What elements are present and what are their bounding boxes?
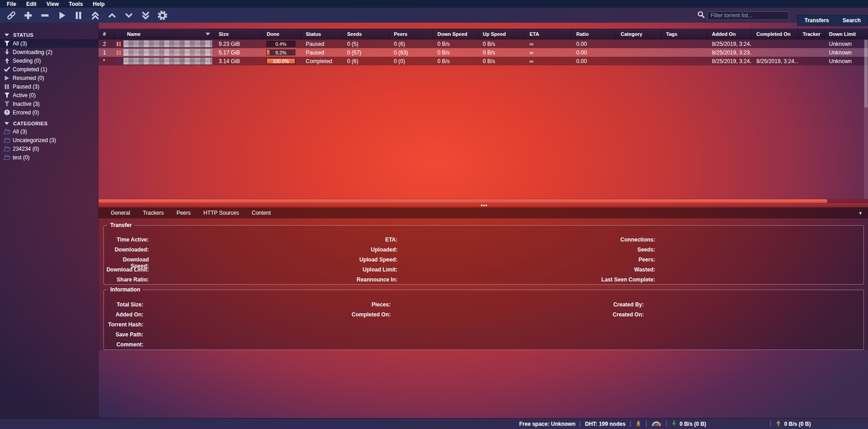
horizontal-scrollbar[interactable] [98, 199, 868, 203]
top-priority-button[interactable] [87, 9, 103, 22]
tab-search[interactable]: Search [841, 17, 863, 24]
cell-seeds: 0 (57) [343, 48, 389, 57]
add-torrent-file-button[interactable] [20, 9, 36, 22]
sidebar-item-errored[interactable]: Errored (0) [0, 108, 98, 117]
horizontal-scrollbar-thumb[interactable] [98, 199, 827, 203]
sidebar-item-label: All (3) [13, 128, 27, 135]
tab-peers[interactable]: Peers [177, 210, 191, 216]
cell-tags [662, 57, 707, 65]
sidebar-item-label: Paused (3) [13, 84, 39, 90]
column-header-status[interactable]: Status [301, 29, 343, 39]
redacted-torrent-name [123, 49, 212, 56]
bottom-priority-button[interactable] [137, 9, 154, 22]
sidebar-item-completed[interactable]: Completed (1) [0, 65, 98, 74]
delete-torrent-button[interactable] [36, 9, 53, 22]
sidebar-item-label: Resumed (0) [13, 75, 44, 81]
progress-label: 0.4% [267, 41, 295, 46]
up-arrow-icon [775, 420, 781, 428]
column-header-category[interactable]: Category [616, 29, 662, 39]
status-section-header[interactable]: STATUS [0, 30, 98, 39]
sidebar-category-uncategorized[interactable]: Uncategorized (3) [0, 136, 98, 144]
resume-button[interactable] [53, 9, 70, 22]
column-header-completed-on[interactable]: Completed On [752, 29, 798, 39]
tab-content[interactable]: Content [252, 210, 271, 216]
sidebar-category-test[interactable]: test (0) [0, 153, 98, 162]
link-icon [6, 10, 17, 21]
tab-trackers[interactable]: Trackers [143, 210, 164, 216]
column-header-up-speed[interactable]: Up Speed [478, 29, 525, 39]
cell-name [123, 48, 214, 57]
categories-header-label: CATEGORIES [13, 121, 48, 126]
progress-bar: 100.0% [266, 58, 295, 64]
column-header-peers[interactable]: Peers [389, 29, 433, 39]
chevron-down-icon[interactable]: ▾ [859, 210, 862, 216]
filter-torrent-input[interactable] [707, 11, 789, 20]
sidebar-item-label: test (0) [13, 154, 29, 161]
column-header-seeds[interactable]: Seeds [343, 29, 389, 39]
sidebar-item-label: Uncategorized (3) [13, 137, 56, 143]
menu-tools[interactable]: Tools [64, 1, 88, 7]
column-header-size[interactable]: Size [214, 29, 262, 39]
sidebar-category-234234[interactable]: 234234 (0) [0, 144, 98, 153]
cell-seeds: 0 (6) [343, 57, 389, 65]
menu-edit[interactable]: Edit [21, 1, 42, 7]
column-header-ratio[interactable]: Ratio [572, 29, 616, 39]
menu-help[interactable]: Help [88, 1, 110, 7]
sidebar-item-all[interactable]: All (3) [0, 39, 98, 48]
torrent-row[interactable]: * 3.14 GiB 100.0% Completed 0 (6) 0 (0) … [98, 57, 868, 65]
pause-icon [3, 84, 11, 90]
cell-added-on: 8/25/2019, 3:23... [707, 48, 752, 57]
label-last-seen-complete: Last Seen Complete: [104, 276, 655, 283]
double-chevron-down-icon [141, 10, 151, 20]
cell-ratio: 0.00 [572, 39, 616, 48]
tab-transfers[interactable]: Transfers [803, 17, 831, 24]
torrent-row[interactable]: 1 5.17 GiB 9.2% Paused 0 (57) 0 (63) 0 B… [98, 48, 868, 57]
sidebar-item-active[interactable]: Active (0) [0, 91, 98, 99]
panel-resize-handle[interactable] [481, 205, 487, 206]
tab-http-sources[interactable]: HTTP Sources [203, 210, 239, 216]
collapse-triangle-icon [5, 122, 9, 125]
increase-priority-button[interactable] [103, 9, 120, 22]
categories-section-header[interactable]: CATEGORIES [0, 119, 98, 128]
column-header-done[interactable]: Done [262, 29, 301, 39]
sidebar-category-all[interactable]: All (3) [0, 127, 98, 136]
sidebar-item-resumed[interactable]: Resumed (0) [0, 74, 98, 82]
sidebar-item-seeding[interactable]: Seeding (0) [0, 56, 98, 65]
add-torrent-link-button[interactable] [3, 9, 20, 22]
column-header-down-limit[interactable]: Down Limit [824, 29, 868, 39]
decrease-priority-button[interactable] [120, 9, 137, 22]
column-header-name[interactable]: Name [123, 29, 214, 39]
menu-view[interactable]: View [41, 1, 64, 7]
column-header-state[interactable] [115, 29, 123, 39]
qbittorrent-webui: File Edit View Tools Help [0, 0, 868, 429]
menu-file[interactable]: File [2, 1, 21, 7]
column-header-down-speed[interactable]: Down Speed [433, 29, 478, 39]
tab-general[interactable]: General [111, 210, 130, 216]
options-button[interactable] [154, 9, 171, 22]
label-seeds: Seeds: [104, 247, 655, 253]
cell-tracker [798, 48, 824, 57]
panel-splitter[interactable] [98, 203, 868, 207]
sidebar-item-downloading[interactable]: Downloading (2) [0, 48, 98, 56]
sidebar-item-label: Completed (1) [13, 66, 47, 73]
column-header-tracker[interactable]: Tracker [798, 29, 824, 39]
torrent-row[interactable]: 2 9.23 GiB 0.4% Paused 0 (5) 0 (6) 0 B/s… [98, 39, 868, 48]
paused-icon [117, 42, 121, 46]
column-header-added-on[interactable]: Added On [707, 29, 752, 39]
sidebar-item-label: Active (0) [13, 92, 36, 99]
vertical-scrollbar-thumb[interactable] [864, 39, 868, 108]
pause-button[interactable] [70, 9, 87, 22]
sidebar-item-inactive[interactable]: Inactive (3) [0, 99, 98, 108]
label-save-path: Save Path: [104, 331, 143, 338]
column-header-tags[interactable]: Tags [662, 29, 707, 39]
separator [770, 421, 771, 427]
sidebar-item-paused[interactable]: Paused (3) [0, 82, 98, 91]
column-header-number[interactable]: # [98, 29, 115, 39]
vertical-scrollbar[interactable] [864, 39, 868, 199]
cell-completed-on [752, 39, 798, 48]
cell-completed-on [752, 48, 798, 57]
column-header-eta[interactable]: ETA [525, 29, 572, 39]
folder-open-icon [3, 146, 11, 152]
cell-down-speed: 0 B/s [433, 48, 478, 57]
alt-speed-limits-icon[interactable] [651, 420, 662, 428]
